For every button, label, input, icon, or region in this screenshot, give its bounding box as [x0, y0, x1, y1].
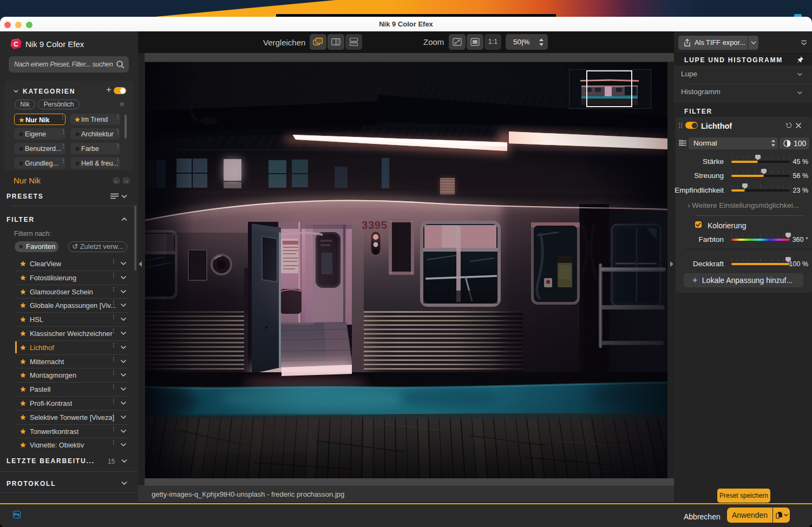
svg-text:C: C: [14, 41, 18, 48]
